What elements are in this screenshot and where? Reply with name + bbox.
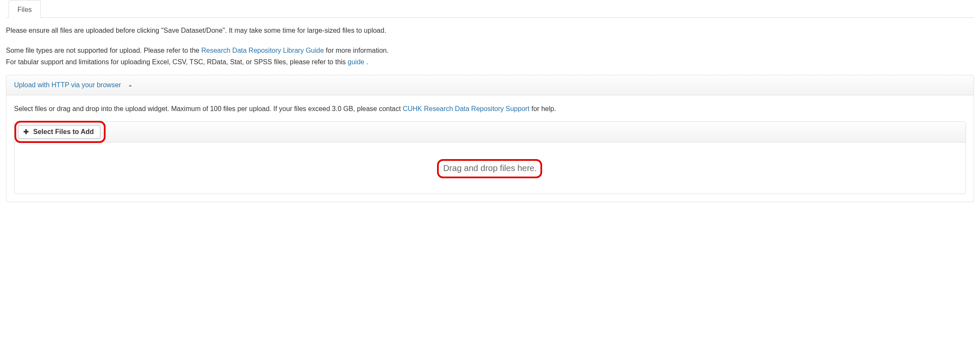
instructions-line-2: Some file types are not supported for up…: [6, 46, 974, 56]
instructions-line-2b: for more information.: [326, 47, 389, 54]
instructions-line-3b: .: [366, 58, 368, 66]
select-files-label: Select Files to Add: [33, 128, 94, 136]
tabular-guide-link[interactable]: guide: [348, 58, 364, 66]
instructions-line-3a: For tabular support and limitations for …: [6, 58, 348, 66]
library-guide-link[interactable]: Research Data Repository Library Guide: [201, 47, 324, 54]
support-link[interactable]: CUHK Research Data Repository Support: [403, 105, 529, 112]
chevron-up-icon: [127, 81, 133, 89]
tabs-row: Files: [6, 0, 974, 18]
upload-panel: Upload with HTTP via your browser Select…: [6, 75, 974, 202]
instructions-line-1: Please ensure all files are uploaded bef…: [6, 26, 974, 36]
instructions-block: Please ensure all files are uploaded bef…: [6, 18, 974, 67]
instructions-line-2a: Some file types are not supported for up…: [6, 47, 201, 54]
upload-widget: ✚ Select Files to Add Drag and drop file…: [14, 121, 966, 194]
dropzone[interactable]: Drag and drop files here.: [14, 143, 966, 194]
upload-panel-title: Upload with HTTP via your browser: [14, 81, 121, 88]
plus-icon: ✚: [23, 128, 29, 136]
upload-help-a: Select files or drag and drop into the u…: [14, 105, 403, 112]
upload-panel-header[interactable]: Upload with HTTP via your browser: [6, 75, 974, 95]
highlight-select-button: ✚ Select Files to Add: [18, 125, 100, 139]
tab-files[interactable]: Files: [9, 0, 41, 18]
select-files-button[interactable]: ✚ Select Files to Add: [18, 125, 100, 139]
instructions-line-3: For tabular support and limitations for …: [6, 57, 974, 68]
upload-widget-toolbar: ✚ Select Files to Add: [14, 122, 966, 143]
dropzone-text: Drag and drop files here.: [443, 163, 537, 173]
highlight-dropzone-text: Drag and drop files here.: [443, 163, 537, 173]
upload-panel-body: Select files or drag and drop into the u…: [6, 95, 974, 202]
upload-help-b: for help.: [531, 105, 556, 112]
upload-help-text: Select files or drag and drop into the u…: [14, 104, 966, 114]
